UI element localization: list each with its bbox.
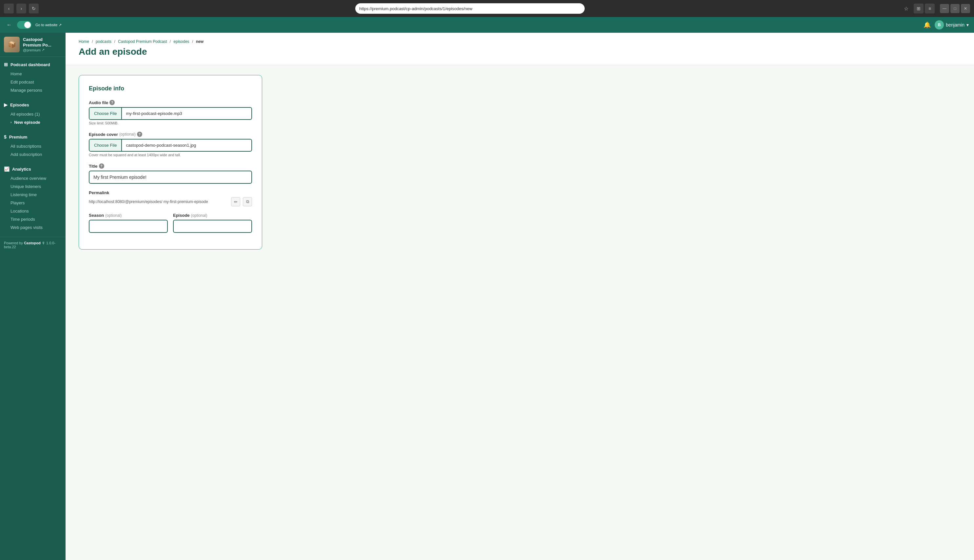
sidebar-footer: Powered by Castopod 🎙 1.0.0-beta.22 bbox=[0, 237, 65, 253]
app-container: ← Go to website ↗ 🔔 B benjamin ▾ 📦 Casto… bbox=[0, 17, 974, 560]
user-dropdown-icon: ▾ bbox=[966, 22, 969, 28]
episode-cover-label: Episode cover (optional) ? bbox=[89, 132, 252, 137]
sidebar-item-listening-time[interactable]: Listening time bbox=[0, 191, 65, 199]
sidebar-item-time-periods[interactable]: Time periods bbox=[0, 215, 65, 223]
sidebar-section-analytics: 📈 Analytics Audience overview Unique lis… bbox=[0, 161, 65, 234]
season-input[interactable] bbox=[89, 220, 168, 233]
permalink-group: Permalink http://localhost:8080/@premium… bbox=[89, 190, 252, 206]
episode-cover-group: Episode cover (optional) ? Choose File c… bbox=[89, 132, 252, 157]
sidebar-section-premium: $ Premium All subscriptions Add subscrip… bbox=[0, 129, 65, 161]
audio-file-label: Audio file ? bbox=[89, 100, 252, 105]
podcast-thumbnail: 📦 bbox=[4, 37, 20, 52]
episode-cover-filename: castopod-demo-podcast-season1.jpg bbox=[122, 140, 251, 151]
user-menu[interactable]: B benjamin ▾ bbox=[935, 20, 969, 30]
external-link-icon: ↗ bbox=[42, 48, 45, 52]
episode-number-label: Episode (optional) bbox=[173, 213, 252, 218]
episode-cover-choose-button[interactable]: Choose File bbox=[89, 140, 122, 151]
episode-cover-hint: Cover must be squared and at least 1400p… bbox=[89, 153, 252, 157]
breadcrumb-podcast-name[interactable]: Castopod Premium Podcast bbox=[118, 39, 167, 44]
audio-file-input[interactable]: Choose File my-first-podcast-episode.mp3 bbox=[89, 107, 252, 120]
sidebar: 📦 Castopod Premium Po... @premium ↗ ⊞ Po… bbox=[0, 33, 65, 560]
season-episode-row: Season (optional) Episode (optional) bbox=[89, 213, 252, 239]
title-label: Title ? bbox=[89, 163, 252, 169]
bookmark-icon[interactable]: ☆ bbox=[901, 3, 911, 13]
minimize-button[interactable]: — bbox=[940, 4, 949, 13]
analytics-icon: 📈 bbox=[4, 167, 10, 172]
back-button[interactable]: ‹ bbox=[4, 3, 14, 13]
podcast-title: Castopod Premium Po... bbox=[23, 37, 62, 48]
sidebar-item-web-pages-visits[interactable]: Web pages visits bbox=[0, 223, 65, 232]
castopod-logo-icon: 🎙 bbox=[42, 241, 46, 245]
audio-file-hint: Size limit: 500MiB. bbox=[89, 121, 252, 125]
premium-icon: $ bbox=[4, 134, 7, 140]
top-bar: ← Go to website ↗ 🔔 B benjamin ▾ bbox=[0, 17, 974, 33]
go-to-website-link[interactable]: Go to website ↗ bbox=[35, 23, 62, 27]
form-section-title: Episode info bbox=[89, 85, 252, 92]
breadcrumb-podcasts[interactable]: podcasts bbox=[96, 39, 112, 44]
sidebar-item-locations[interactable]: Locations bbox=[0, 207, 65, 215]
permalink-row: http://localhost:8080/@premium/episodes/… bbox=[89, 197, 252, 206]
sidebar-item-unique-listeners[interactable]: Unique listeners bbox=[0, 182, 65, 191]
forward-button[interactable]: › bbox=[17, 3, 26, 13]
sidebar-item-all-subscriptions[interactable]: All subscriptions bbox=[0, 142, 65, 150]
username-label: benjamin bbox=[946, 22, 964, 28]
season-group: Season (optional) bbox=[89, 213, 168, 233]
episode-info-card: Episode info Audio file ? Choose File my… bbox=[79, 75, 262, 250]
avatar: B bbox=[935, 20, 944, 30]
dashboard-icon: ⊞ bbox=[4, 62, 8, 67]
external-link-icon: ↗ bbox=[58, 23, 62, 27]
episodes-icon: ▶ bbox=[4, 102, 8, 107]
podcast-thumb-image: 📦 bbox=[4, 37, 20, 52]
menu-icon[interactable]: ≡ bbox=[925, 3, 935, 13]
podcast-info: Castopod Premium Po... @premium ↗ bbox=[23, 37, 62, 52]
toggle-switch[interactable] bbox=[17, 21, 32, 29]
title-group: Title ? bbox=[89, 163, 252, 184]
sidebar-item-manage-persons[interactable]: Manage persons bbox=[0, 86, 65, 94]
sidebar-item-add-subscription[interactable]: Add subscription bbox=[0, 150, 65, 158]
permalink-copy-button[interactable]: ⧉ bbox=[243, 197, 252, 206]
permalink-label: Permalink bbox=[89, 190, 252, 195]
breadcrumb: Home / podcasts / Castopod Premium Podca… bbox=[79, 39, 961, 44]
breadcrumb-episodes[interactable]: episodes bbox=[174, 39, 189, 44]
episode-cover-input[interactable]: Choose File castopod-demo-podcast-season… bbox=[89, 139, 252, 152]
notification-bell-icon[interactable]: 🔔 bbox=[924, 21, 931, 28]
permalink-url: http://localhost:8080/@premium/episodes/… bbox=[89, 200, 229, 204]
title-input[interactable] bbox=[89, 171, 252, 184]
sidebar-section-episodes-header: ▶ Episodes bbox=[0, 100, 65, 110]
sidebar-section-dashboard: ⊞ Podcast dashboard Home Edit podcast Ma… bbox=[0, 57, 65, 97]
sidebar-section-analytics-header: 📈 Analytics bbox=[0, 164, 65, 174]
back-arrow-icon[interactable]: ← bbox=[5, 21, 13, 29]
sidebar-item-new-episode[interactable]: › New episode bbox=[0, 118, 65, 127]
sidebar-item-players[interactable]: Players bbox=[0, 199, 65, 207]
castopod-brand: Castopod bbox=[24, 241, 41, 245]
extensions-icon[interactable]: ⊞ bbox=[914, 3, 924, 13]
page-body: Episode info Audio file ? Choose File my… bbox=[65, 65, 974, 266]
permalink-edit-button[interactable]: ✏ bbox=[231, 197, 240, 206]
breadcrumb-home[interactable]: Home bbox=[79, 39, 89, 44]
audio-file-choose-button[interactable]: Choose File bbox=[89, 108, 122, 119]
sidebar-item-audience-overview[interactable]: Audience overview bbox=[0, 174, 65, 182]
sidebar-section-episodes: ▶ Episodes All episodes (1) › New episod… bbox=[0, 97, 65, 129]
main-layout: 📦 Castopod Premium Po... @premium ↗ ⊞ Po… bbox=[0, 33, 974, 560]
chevron-right-icon: › bbox=[10, 120, 12, 124]
sidebar-item-all-episodes[interactable]: All episodes (1) bbox=[0, 110, 65, 118]
audio-file-name: my-first-podcast-episode.mp3 bbox=[122, 108, 251, 119]
browser-chrome: ‹ › ↻ https://premium.podcast/cp-admin/p… bbox=[0, 0, 974, 17]
episode-cover-help-icon[interactable]: ? bbox=[137, 132, 142, 137]
audio-file-help-icon[interactable]: ? bbox=[109, 100, 115, 105]
season-label: Season (optional) bbox=[89, 213, 168, 218]
sidebar-item-edit-podcast[interactable]: Edit podcast bbox=[0, 78, 65, 86]
page-title: Add an episode bbox=[79, 47, 961, 57]
toggle-knob bbox=[24, 22, 31, 28]
refresh-button[interactable]: ↻ bbox=[29, 3, 38, 13]
sidebar-item-home[interactable]: Home bbox=[0, 70, 65, 78]
maximize-button[interactable]: □ bbox=[951, 4, 960, 13]
close-button[interactable]: ✕ bbox=[961, 4, 970, 13]
podcast-handle: @premium ↗ bbox=[23, 48, 62, 52]
episode-number-input[interactable] bbox=[173, 220, 252, 233]
sidebar-section-premium-header: $ Premium bbox=[0, 132, 65, 142]
address-bar[interactable]: https://premium.podcast/cp-admin/podcast… bbox=[355, 3, 585, 14]
breadcrumb-current: new bbox=[196, 39, 204, 44]
title-help-icon[interactable]: ? bbox=[99, 163, 104, 169]
audio-file-group: Audio file ? Choose File my-first-podcas… bbox=[89, 100, 252, 125]
